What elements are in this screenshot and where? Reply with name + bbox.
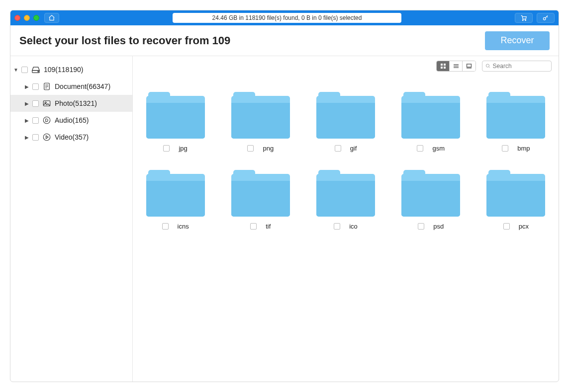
checkbox[interactable] xyxy=(21,67,28,73)
folder-item[interactable]: gif xyxy=(313,92,378,152)
document-icon xyxy=(42,81,52,91)
folder-icon xyxy=(231,170,290,217)
folder-icon xyxy=(146,92,205,139)
folder-icon xyxy=(486,170,545,217)
sidebar-item-label: Photo(51321) xyxy=(55,99,97,107)
svg-point-0 xyxy=(522,20,523,21)
checkbox[interactable] xyxy=(503,223,510,230)
cart-icon xyxy=(520,14,528,21)
detail-icon xyxy=(466,63,472,69)
checkbox[interactable] xyxy=(32,100,39,107)
toolbar xyxy=(133,58,559,74)
sidebar-item-video[interactable]: ▶ Video(357) xyxy=(10,129,132,146)
sidebar: ▼ 109(118190) ▶ Document(66347) ▶ xyxy=(10,56,133,382)
folder-icon xyxy=(401,92,460,139)
window-controls xyxy=(14,15,39,21)
folder-grid: jpg png gif gsm xyxy=(133,74,559,382)
cart-button[interactable] xyxy=(515,13,533,23)
folder-name: icns xyxy=(178,223,189,230)
svg-rect-13 xyxy=(441,64,443,66)
folder-item[interactable]: png xyxy=(228,92,293,152)
app-window: 24.46 GB in 118190 file(s) found, 0 B in… xyxy=(10,10,559,382)
status-text: 24.46 GB in 118190 file(s) found, 0 B in… xyxy=(212,14,362,21)
sidebar-item-label: Audio(165) xyxy=(55,116,89,124)
svg-point-11 xyxy=(43,117,50,124)
sidebar-item-document[interactable]: ▶ Document(66347) xyxy=(10,78,132,95)
titlebar: 24.46 GB in 118190 file(s) found, 0 B in… xyxy=(10,10,559,25)
folder-item[interactable]: icns xyxy=(143,170,208,230)
checkbox[interactable] xyxy=(502,145,508,152)
checkbox[interactable] xyxy=(418,223,424,230)
home-button[interactable] xyxy=(44,13,59,23)
page-header: Select your lost files to recover from 1… xyxy=(10,25,559,56)
search-box[interactable] xyxy=(482,61,552,72)
audio-icon xyxy=(42,115,52,125)
tree-root-label: 109(118190) xyxy=(44,66,83,74)
folder-name: gif xyxy=(350,145,357,152)
chevron-right-icon: ▶ xyxy=(24,84,29,89)
main-panel: jpg png gif gsm xyxy=(133,56,559,382)
svg-rect-20 xyxy=(467,64,472,67)
folder-name: png xyxy=(263,145,274,152)
svg-line-23 xyxy=(489,67,490,68)
folder-item[interactable]: psd xyxy=(398,170,464,230)
chevron-right-icon: ▶ xyxy=(24,135,29,140)
checkbox[interactable] xyxy=(335,145,341,152)
view-switch xyxy=(436,61,476,72)
svg-point-12 xyxy=(43,134,50,141)
minimize-window-button[interactable] xyxy=(24,15,30,21)
checkbox[interactable] xyxy=(247,145,254,152)
key-icon xyxy=(542,14,550,21)
chevron-down-icon: ▼ xyxy=(13,67,18,72)
recover-button[interactable]: Recover xyxy=(485,31,550,50)
checkbox[interactable] xyxy=(32,134,39,141)
list-icon xyxy=(453,63,459,69)
folder-item[interactable]: pcx xyxy=(483,170,549,230)
close-window-button[interactable] xyxy=(14,15,20,21)
checkbox[interactable] xyxy=(32,117,39,124)
folder-item[interactable]: bmp xyxy=(483,92,549,152)
grid-icon xyxy=(440,63,446,69)
sidebar-item-audio[interactable]: ▶ Audio(165) xyxy=(10,112,132,129)
search-icon xyxy=(485,63,491,69)
svg-point-1 xyxy=(525,20,526,21)
sidebar-item-photo[interactable]: ▶ Photo(51321) xyxy=(10,95,132,112)
sidebar-item-label: Document(66347) xyxy=(55,82,110,90)
checkbox[interactable] xyxy=(417,145,423,152)
maximize-window-button[interactable] xyxy=(33,15,39,21)
folder-icon xyxy=(401,170,460,217)
chevron-right-icon: ▶ xyxy=(24,101,29,106)
view-list-button[interactable] xyxy=(450,61,463,71)
folder-name: pcx xyxy=(519,223,529,230)
checkbox[interactable] xyxy=(162,223,169,230)
checkbox[interactable] xyxy=(334,223,340,230)
folder-item[interactable]: ico xyxy=(313,170,378,230)
folder-name: gsm xyxy=(432,145,445,152)
status-bar: 24.46 GB in 118190 file(s) found, 0 B in… xyxy=(173,13,401,23)
key-button[interactable] xyxy=(537,13,555,23)
folder-icon xyxy=(316,92,375,139)
sidebar-item-label: Video(357) xyxy=(55,133,89,141)
tree-root[interactable]: ▼ 109(118190) xyxy=(10,61,132,78)
folder-item[interactable]: gsm xyxy=(398,92,464,152)
view-grid-button[interactable] xyxy=(437,61,450,71)
checkbox[interactable] xyxy=(250,223,257,230)
svg-rect-15 xyxy=(441,67,443,69)
search-input[interactable] xyxy=(493,63,548,70)
svg-point-4 xyxy=(38,71,39,72)
folder-icon xyxy=(231,92,290,139)
svg-point-22 xyxy=(486,64,489,67)
checkbox[interactable] xyxy=(32,83,39,90)
page-title: Select your lost files to recover from 1… xyxy=(19,34,230,47)
view-detail-button[interactable] xyxy=(463,61,475,71)
folder-item[interactable]: tif xyxy=(228,170,293,230)
home-icon xyxy=(48,14,55,21)
checkbox[interactable] xyxy=(163,145,170,152)
photo-icon xyxy=(42,98,52,108)
folder-icon xyxy=(316,170,375,217)
folder-name: bmp xyxy=(517,145,530,152)
folder-icon xyxy=(486,92,545,139)
chevron-right-icon: ▶ xyxy=(24,118,29,123)
folder-item[interactable]: jpg xyxy=(143,92,208,152)
drive-icon xyxy=(31,65,41,75)
